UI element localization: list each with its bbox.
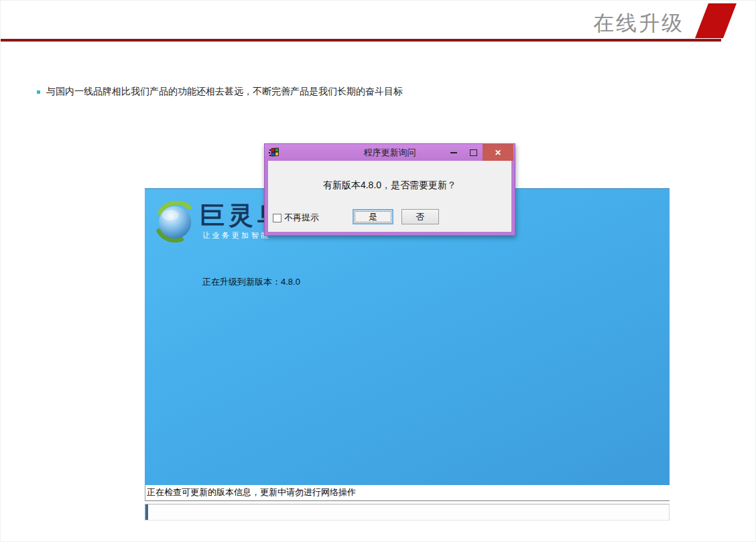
status-divider [145,500,670,502]
titlebar-controls: ✕ [444,144,513,161]
close-icon: ✕ [495,148,501,157]
yes-button[interactable]: 是 [353,209,393,224]
app-window: 巨灵鸟 让业务更加智能 正在升级到新版本：4.8.0 正在检查可更新的版本信息，… [145,188,670,521]
dialog-actions: 不再提示 是 否 [268,209,511,225]
update-progress-bar [145,504,670,521]
dont-remind-checkbox-group[interactable]: 不再提示 [273,212,319,224]
close-button[interactable]: ✕ [483,144,513,161]
checkbox-label: 不再提示 [284,212,319,224]
page-title: 在线升级 [593,9,684,38]
bullet-item: 与国内一线品牌相比我们产品的功能还相去甚远，不断完善产品是我们长期的奋斗目标 [37,86,403,98]
minimize-icon [450,152,457,153]
globe-logo-icon [154,201,196,243]
bullet-icon [37,90,40,94]
upgrade-status-text: 正在升级到新版本：4.8.0 [202,276,300,288]
bullet-text: 与国内一线品牌相比我们产品的功能还相去甚远，不断完善产品是我们长期的奋斗目标 [46,86,403,98]
checkbox[interactable] [273,214,281,222]
no-button[interactable]: 否 [401,209,439,224]
slide-page: 在线升级 与国内一线品牌相比我们产品的功能还相去甚远，不断完善产品是我们长期的奋… [0,0,756,542]
maximize-icon [470,149,477,156]
minimize-button[interactable] [444,144,464,161]
maximize-button[interactable] [464,144,483,161]
header-accent-shape [695,3,737,38]
status-bar: 正在检查可更新的版本信息，更新中请勿进行网络操作 [145,485,670,500]
status-text: 正在检查可更新的版本信息，更新中请勿进行网络操作 [147,486,668,498]
dialog-titlebar[interactable]: 程序更新询问 ✕ [265,144,515,161]
update-prompt-dialog: 程序更新询问 ✕ 有新版本4.8.0，是否需要更新？ 不再提示 [264,143,515,236]
header-divider [1,39,721,42]
dialog-message: 有新版本4.8.0，是否需要更新？ [268,180,511,192]
dialog-body: 有新版本4.8.0，是否需要更新？ 不再提示 是 否 [268,161,511,232]
windows-logo-icon [268,147,279,158]
progress-fill [145,504,148,520]
